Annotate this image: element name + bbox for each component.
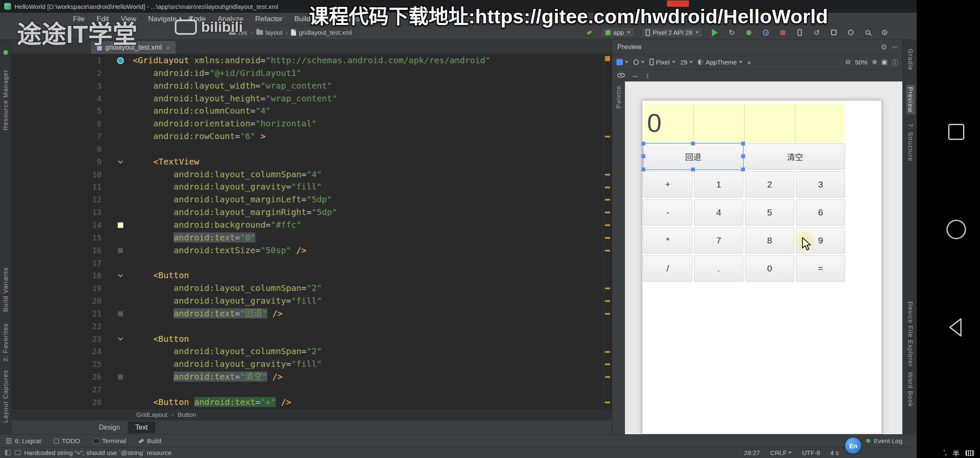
calc-button-equals[interactable]: = bbox=[796, 255, 845, 282]
sdk-manager-icon[interactable] bbox=[829, 28, 839, 38]
calc-button-8[interactable]: 8 bbox=[745, 227, 794, 254]
calc-button-dot[interactable]: . bbox=[694, 255, 743, 282]
overflow-icon[interactable]: » bbox=[748, 59, 751, 66]
project-icon[interactable] bbox=[3, 50, 8, 55]
close-tab-icon[interactable]: × bbox=[166, 44, 170, 51]
tool-button-todo[interactable]: TODO bbox=[54, 437, 80, 444]
calc-button-4[interactable]: 4 bbox=[694, 199, 743, 226]
tool-strip-gradle[interactable]: Gradle bbox=[906, 47, 915, 73]
apply-changes-icon[interactable]: ↻ bbox=[727, 28, 737, 38]
selection-handle[interactable] bbox=[741, 168, 745, 171]
avd-manager-icon[interactable] bbox=[846, 28, 856, 38]
orientation-select[interactable] bbox=[633, 59, 644, 65]
line-separator-select[interactable]: CRLF bbox=[770, 449, 792, 456]
zoom-fit-icon[interactable]: ▣ bbox=[882, 58, 888, 66]
debug-icon[interactable] bbox=[744, 28, 754, 38]
breadcrumb-button[interactable]: Button bbox=[178, 411, 196, 418]
hide-panel-icon[interactable]: ─ bbox=[892, 43, 897, 51]
event-log-button[interactable]: Event Log bbox=[866, 437, 902, 444]
build-hammer-icon[interactable] bbox=[584, 28, 594, 38]
menu-item-edit[interactable]: Edit bbox=[96, 15, 109, 23]
run-button[interactable] bbox=[710, 28, 720, 38]
menu-item-build[interactable]: Build bbox=[294, 15, 311, 23]
menu-item-refactor[interactable]: Refactor bbox=[255, 15, 282, 23]
crumb-layout[interactable]: layout bbox=[256, 29, 283, 36]
fold-marker-icon[interactable] bbox=[118, 159, 123, 163]
api-level-select[interactable]: 29 bbox=[680, 59, 693, 66]
design-surface-select[interactable] bbox=[616, 59, 628, 65]
tool-button-build[interactable]: Build bbox=[139, 437, 161, 444]
device-manager-icon[interactable] bbox=[795, 28, 805, 38]
calc-button-plus[interactable]: + bbox=[643, 171, 692, 198]
calc-button-0[interactable]: 0 bbox=[745, 255, 794, 282]
file-encoding[interactable]: UTF-8 bbox=[802, 449, 820, 456]
calc-button-6[interactable]: 6 bbox=[796, 199, 845, 226]
zoom-in-icon[interactable]: ⊕ bbox=[872, 58, 877, 66]
back-button-icon[interactable] bbox=[946, 317, 963, 339]
design-canvas[interactable]: 0 回退 清空 +123-456*789/.0= bbox=[625, 81, 902, 434]
selection-handle[interactable] bbox=[641, 154, 645, 158]
expand-horizontal-icon[interactable]: ↔ bbox=[632, 71, 639, 80]
search-icon[interactable] bbox=[862, 28, 873, 38]
tab-design[interactable]: Design bbox=[91, 422, 128, 433]
fold-marker-icon[interactable] bbox=[118, 336, 123, 341]
recents-button-icon[interactable] bbox=[948, 124, 964, 140]
menu-item-analyze[interactable]: Analyze bbox=[218, 15, 243, 23]
calc-display-textview[interactable]: 0 bbox=[644, 104, 845, 142]
selection-handle[interactable] bbox=[691, 168, 695, 171]
crumb-gridlayout-test-xml[interactable]: gridlayout_test.xml bbox=[291, 29, 352, 36]
menu-item-view[interactable]: View bbox=[121, 15, 137, 23]
selection-handle[interactable] bbox=[641, 168, 645, 171]
view-options-eye-icon[interactable] bbox=[617, 73, 625, 78]
editor-tab-gridlayout-test[interactable]: gridlayout_test.xml × bbox=[91, 41, 176, 54]
home-button-icon[interactable] bbox=[946, 220, 966, 239]
calc-button-minus[interactable]: - bbox=[643, 199, 692, 226]
close-button[interactable] bbox=[667, 0, 689, 7]
settings-gear-icon[interactable]: ⚙ bbox=[879, 28, 890, 38]
menu-item-run[interactable]: Run bbox=[322, 15, 336, 23]
calc-button-5[interactable]: 5 bbox=[745, 199, 794, 226]
stop-button[interactable] bbox=[778, 28, 788, 38]
ime-punctuation[interactable]: ', bbox=[944, 449, 947, 457]
tool-strip-preview[interactable]: Preview bbox=[906, 85, 915, 114]
keyboard-icon[interactable] bbox=[966, 450, 974, 456]
device-select[interactable]: Pixel 2 API 28 bbox=[641, 27, 703, 38]
menu-item-code[interactable]: Code bbox=[188, 15, 206, 23]
menu-item-tools[interactable]: Tools bbox=[347, 15, 364, 23]
calc-button-slash[interactable]: / bbox=[643, 255, 692, 282]
ime-language-button[interactable]: En bbox=[845, 438, 861, 454]
profiler-icon[interactable] bbox=[761, 28, 771, 38]
menu-item-navigate[interactable]: Navigate bbox=[148, 15, 176, 23]
calc-button-3[interactable]: 3 bbox=[796, 171, 845, 198]
breadcrumb-gridlayout[interactable]: GridLayout bbox=[136, 411, 167, 418]
gradle-sync-icon[interactable]: ↺ bbox=[812, 28, 822, 38]
menu-item-file[interactable]: File bbox=[73, 15, 84, 23]
tool-strip-device-file-explorer[interactable]: Device File Explorer bbox=[906, 299, 915, 369]
indent-size[interactable]: 4 s bbox=[830, 449, 839, 456]
tool-strip-build-variants[interactable]: Build Variants bbox=[2, 267, 9, 312]
code-editor[interactable]: 1<GridLayout xmlns:android="http://schem… bbox=[11, 54, 612, 409]
run-configuration-select[interactable]: app bbox=[601, 27, 635, 38]
palette-tab[interactable]: Palette bbox=[615, 86, 622, 109]
tool-strip-2-favorites[interactable]: 2: Favorites bbox=[2, 323, 9, 361]
calc-button-star[interactable]: * bbox=[643, 227, 692, 254]
ime-width-mode[interactable]: 半 bbox=[953, 448, 960, 458]
expand-vertical-icon[interactable]: ↕ bbox=[646, 71, 650, 80]
calc-button-clear[interactable]: 清空 bbox=[745, 143, 845, 170]
tab-text[interactable]: Text bbox=[128, 422, 155, 433]
gear-icon[interactable]: ⚙ bbox=[881, 43, 887, 52]
info-icon[interactable]: ⓘ bbox=[892, 58, 898, 67]
fold-marker-icon[interactable] bbox=[118, 273, 123, 277]
selection-handle[interactable] bbox=[741, 142, 745, 145]
tool-strip-resource-manager[interactable]: Resource Manager bbox=[2, 70, 9, 131]
tool-window-switcher-icon[interactable] bbox=[5, 450, 11, 455]
selection-handle[interactable] bbox=[691, 142, 695, 145]
calc-button-back[interactable]: 回退 bbox=[643, 143, 743, 170]
selection-handle[interactable] bbox=[741, 154, 745, 158]
theme-select[interactable]: AppTheme bbox=[698, 59, 742, 66]
crumb-res[interactable]: res bbox=[229, 29, 247, 36]
zoom-out-icon[interactable]: ⊖ bbox=[846, 58, 851, 66]
tool-strip-word-book[interactable]: Word Book bbox=[906, 370, 915, 409]
tool-strip-7-structure[interactable]: 7: Structure bbox=[906, 121, 915, 164]
calc-button-7[interactable]: 7 bbox=[694, 227, 743, 254]
